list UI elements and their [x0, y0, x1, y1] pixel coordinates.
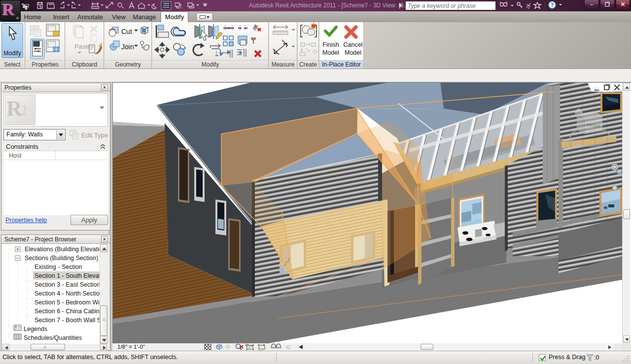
- svg-text:Sections (Building Section): Sections (Building Section): [25, 255, 98, 262]
- svg-text:Existing - Section: Existing - Section: [35, 264, 82, 270]
- svg-text:FRONT: FRONT: [587, 123, 600, 129]
- svg-text:Section 6 - China Cabine: Section 6 - China Cabine: [35, 308, 100, 315]
- svg-text:?: ?: [551, 2, 554, 8]
- svg-text:Section 3 - East Section: Section 3 - East Section: [35, 281, 100, 288]
- svg-text:Section 4 - North Section: Section 4 - North Section: [35, 290, 100, 297]
- svg-text:Section 5 - Bedroom Wa: Section 5 - Bedroom Wa: [35, 299, 100, 306]
- svg-text:Schedules/Quantities: Schedules/Quantities: [24, 334, 82, 341]
- svg-text:Cut: Cut: [121, 28, 132, 35]
- svg-text:Section 1 - South Elevati: Section 1 - South Elevati: [35, 272, 100, 279]
- svg-text:Legends: Legends: [24, 326, 47, 332]
- svg-text:Paste: Paste: [74, 43, 91, 50]
- svg-text:Section 7 - Booth Wall S: Section 7 - Booth Wall S: [35, 317, 100, 324]
- svg-text:Join: Join: [121, 43, 134, 51]
- svg-text:Elevations (Building Elevatio: Elevations (Building Elevatio: [25, 246, 100, 253]
